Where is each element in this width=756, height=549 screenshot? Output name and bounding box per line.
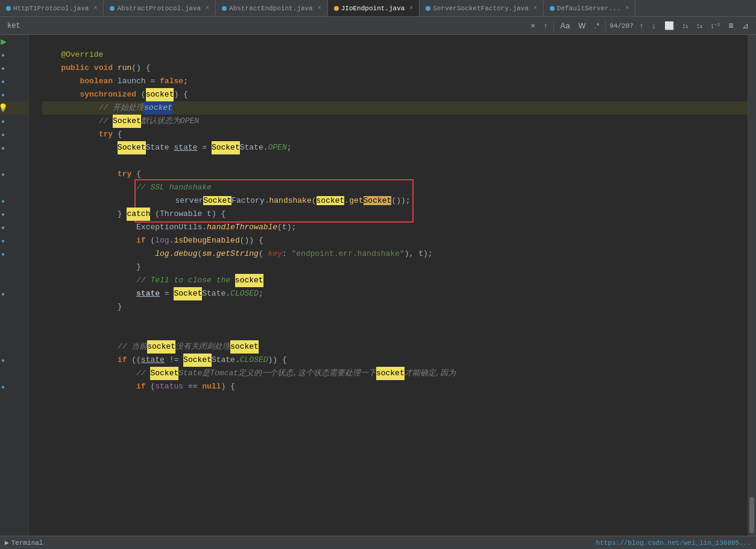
- tab-jioendpoint[interactable]: JIoEndpoint.java ×: [328, 0, 420, 16]
- right-scrollbar-panel[interactable]: [748, 35, 756, 536]
- gutter-line-13: ◆: [0, 208, 28, 221]
- code-line-if-state: if (( state != Socket State. CLOSED )) {: [42, 354, 748, 367]
- param-key-label: key: [268, 247, 282, 261]
- gutter-line-1: ◆: [0, 48, 28, 62]
- code-paren: ((: [127, 354, 140, 367]
- fold-line: [29, 261, 37, 274]
- match-down-button[interactable]: ↓: [649, 20, 658, 31]
- kw-void: void: [94, 62, 113, 75]
- close-icon[interactable]: ×: [206, 5, 209, 11]
- gutter-line: ▶: [0, 35, 28, 48]
- cmt-cn2-text: 默认状态为OPEN: [141, 115, 199, 128]
- fold-line: [29, 141, 37, 154]
- tab-dot: [222, 6, 227, 11]
- kw-sync: synchronized: [80, 88, 136, 101]
- cmt-cn1-prefix: //: [99, 101, 113, 115]
- code-eq: =: [197, 141, 211, 154]
- gutter-line-16: ◆: [0, 247, 28, 261]
- case-sensitive-button[interactable]: Aa: [558, 20, 572, 31]
- hl-socket3: Socket: [203, 196, 232, 205]
- search-input[interactable]: [5, 21, 524, 31]
- cmt-cn3-prefix: // 当前: [118, 340, 147, 354]
- code-editor[interactable]: @Override public void run () { boolean l…: [37, 35, 748, 536]
- tab-serversocketfactory[interactable]: ServerSocketFactory.java ×: [420, 0, 543, 16]
- hl-socketstate3: Socket: [174, 287, 202, 300]
- fn-run: run: [118, 62, 131, 75]
- bookmark-indicator: ▶: [0, 35, 6, 48]
- close-icon[interactable]: ×: [534, 5, 537, 11]
- code-line-try1: try {: [42, 128, 748, 141]
- code-indent: [42, 62, 61, 75]
- close-icon[interactable]: ×: [409, 5, 413, 11]
- code-line-blank1: [42, 35, 748, 48]
- fold-line: [29, 340, 37, 354]
- tab-httpprotocol[interactable]: HttpT1Protocol.java ×: [0, 0, 104, 16]
- gutter-line-15: ◆: [0, 234, 28, 247]
- code-paren: () {: [131, 62, 150, 75]
- code-indent: [42, 115, 99, 128]
- wrap-button[interactable]: ⬜: [662, 20, 676, 31]
- match-up-button[interactable]: ↑: [637, 20, 646, 31]
- separator2: [605, 21, 606, 31]
- search-toolbar: × ↑ Aa W .* 94/207 ↑ ↓ ⬜ ↨₁ ↨₂ ↨⁻¹ ≣ ⊿: [0, 17, 756, 35]
- fold-line: [29, 300, 37, 314]
- code-paren: (: [197, 247, 202, 261]
- navigate-prev-button[interactable]: ↑: [541, 20, 550, 31]
- hl-socket6: socket: [147, 340, 175, 354]
- gutter-line-24: ◆: [0, 354, 28, 367]
- hl-socket2: Socket: [113, 115, 141, 128]
- tab-abstractendpoint[interactable]: AbstractEndpoint.java ×: [216, 0, 328, 16]
- fn-handshake: handshake: [269, 196, 312, 205]
- code-line-comment-cn1: // 开始处理 socket: [42, 101, 748, 115]
- tab-defaultserver[interactable]: DefaultServer... ×: [544, 0, 636, 16]
- scroll-thumb[interactable]: [749, 497, 754, 533]
- const-closed: CLOSED: [230, 287, 259, 300]
- gutter-line-11: [0, 181, 28, 194]
- str-endpoint: "endpoint.err.handshake": [292, 247, 405, 261]
- code-semi: ;: [287, 141, 292, 154]
- filter1-button[interactable]: ↨₁: [680, 21, 691, 31]
- code-paren: ()) {: [240, 234, 263, 247]
- hl-socket1: socket: [146, 88, 174, 101]
- fold-line: [29, 274, 37, 287]
- tab-abstractprotocol[interactable]: AbstractProtocol.java ×: [104, 0, 216, 16]
- code-close: ), t);: [405, 247, 433, 261]
- fold-line: [29, 35, 37, 48]
- whole-word-button[interactable]: W: [576, 20, 588, 31]
- bookmark12: ◆: [0, 194, 6, 208]
- hl-socketstate2: Socket: [212, 141, 240, 154]
- close-search-button[interactable]: ×: [528, 20, 538, 31]
- code-indent: [42, 101, 99, 115]
- code-indent: [42, 340, 118, 354]
- kw-public: public: [61, 62, 89, 75]
- code-line-try2: try {: [42, 168, 748, 181]
- code-brace: {: [113, 128, 122, 141]
- code-space: [89, 62, 94, 75]
- match-count: 94/207: [610, 22, 634, 30]
- bookmark6: ◆: [0, 115, 6, 128]
- status-url: https://blog.csdn.net/wei_lin_136805...: [596, 539, 751, 547]
- fold-line: [29, 181, 37, 194]
- regex-button[interactable]: .*: [592, 20, 602, 31]
- tab-label: AbstractProtocol.java: [117, 5, 201, 12]
- filter2-button[interactable]: ↨₂: [694, 21, 705, 31]
- code-line-handshake: serverSocketFactory.handshake(socket.get…: [42, 194, 748, 208]
- filter3-button[interactable]: ↨⁻¹: [708, 21, 722, 31]
- hl-socket9: socket: [376, 367, 405, 380]
- bookmark15: ◆: [0, 234, 6, 247]
- close-icon[interactable]: ×: [318, 5, 321, 11]
- close-icon[interactable]: ×: [625, 5, 629, 11]
- bookmark14: ◆: [0, 221, 6, 234]
- field-log: log: [155, 234, 169, 247]
- fn-getstring: getString: [216, 247, 259, 261]
- tab-bar: HttpT1Protocol.java × AbstractProtocol.j…: [0, 0, 756, 17]
- code-line-boolean: boolean launch = false ;: [42, 75, 748, 88]
- filter4-button[interactable]: ≣: [726, 21, 736, 31]
- funnel-button[interactable]: ⊿: [740, 20, 751, 31]
- close-icon[interactable]: ×: [93, 5, 97, 11]
- gutter-line-12: ◆: [0, 194, 28, 208]
- code-indent: [42, 181, 136, 194]
- code-indent: [42, 274, 136, 287]
- code-eq2: ==: [183, 380, 202, 393]
- terminal-indicator[interactable]: ▶ Terminal: [5, 539, 43, 547]
